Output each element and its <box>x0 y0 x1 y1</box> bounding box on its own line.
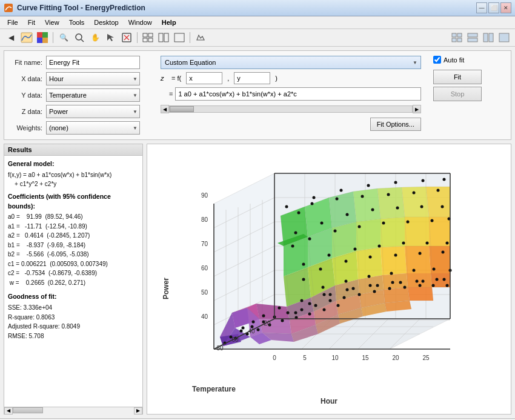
svg-marker-60 <box>329 192 356 228</box>
svg-point-163 <box>352 287 355 290</box>
results-scroll-left[interactable]: ◀ <box>4 407 13 415</box>
toolbar: ◀ 🔍 ✋ <box>0 29 515 47</box>
menu-help[interactable]: Help <box>157 18 181 27</box>
results-scroll-right[interactable]: ▶ <box>134 407 142 415</box>
minimize-btn[interactable]: — <box>476 2 487 13</box>
grid-btn[interactable] <box>141 31 155 44</box>
x-data-label: X data: <box>9 75 42 82</box>
svg-marker-79 <box>429 246 450 273</box>
pan-btn[interactable]: ✋ <box>88 31 102 44</box>
full-view-btn[interactable] <box>497 31 511 44</box>
special-btn[interactable] <box>193 31 208 44</box>
exclusion-btn[interactable] <box>119 31 134 44</box>
zoom-in-btn[interactable]: 🔍 <box>56 31 71 44</box>
y-data-label: Y data: <box>9 92 42 99</box>
svg-rect-3 <box>42 32 48 38</box>
general-model-title: General model: <box>8 159 139 169</box>
bottom-panel: Results General model: f(x,y) = a0 + a1*… <box>4 144 511 415</box>
formula-scrollbar: ◀ ▶ <box>161 105 421 113</box>
svg-point-166 <box>294 311 297 314</box>
y-input[interactable] <box>234 72 270 84</box>
scroll-left-btn[interactable]: ◀ <box>161 105 169 113</box>
svg-point-144 <box>446 241 449 244</box>
title-bar-left: Curve Fitting Tool - EnergyPrediction <box>4 3 145 13</box>
title-bar: Curve Fitting Tool - EnergyPrediction — … <box>0 0 515 16</box>
svg-text:40: 40 <box>248 328 255 335</box>
data-cursor-btn[interactable] <box>104 31 118 44</box>
svg-point-198 <box>257 328 260 331</box>
y-data-select[interactable]: Temperature <box>46 88 140 102</box>
weights-select[interactable]: (none) <box>46 121 140 135</box>
layout-btn-2[interactable] <box>465 31 480 44</box>
menu-tools[interactable]: Tools <box>64 18 90 27</box>
svg-point-172 <box>323 293 326 296</box>
svg-marker-77 <box>380 246 407 275</box>
fit-options-btn[interactable]: Fit Options... <box>370 118 421 131</box>
svg-rect-5 <box>42 38 48 43</box>
title-bar-controls[interactable]: — ⬜ ✕ <box>476 2 511 13</box>
curve-fit-btn[interactable] <box>19 31 34 44</box>
svg-rect-27 <box>499 33 509 42</box>
svg-point-170 <box>278 306 281 309</box>
coeff-title: Coefficients (with 95% confidence bounds… <box>8 192 139 212</box>
svg-point-140 <box>354 247 357 250</box>
zoom-out-btn[interactable] <box>72 31 87 44</box>
formula-row: = <box>161 87 421 101</box>
svg-point-109 <box>285 205 288 208</box>
x-data-select[interactable]: Hour <box>46 72 140 85</box>
svg-rect-18 <box>174 33 184 42</box>
svg-marker-70 <box>380 217 405 247</box>
color-btn[interactable] <box>35 31 50 44</box>
svg-point-194 <box>446 284 449 287</box>
svg-rect-21 <box>452 38 456 42</box>
svg-point-157 <box>433 267 436 270</box>
scroll-right-btn[interactable]: ▶ <box>413 105 421 113</box>
close-btn[interactable]: ✕ <box>500 2 511 13</box>
weights-wrapper: (none) <box>46 121 140 135</box>
scroll-thumb[interactable] <box>170 106 194 112</box>
autofit-checkbox[interactable] <box>433 56 441 64</box>
svg-rect-26 <box>489 33 493 42</box>
svg-marker-61 <box>353 188 380 222</box>
stop-btn[interactable]: Stop <box>433 87 482 101</box>
svg-rect-13 <box>148 33 153 37</box>
menu-window[interactable]: Window <box>124 18 157 27</box>
results-panel: Results General model: f(x,y) = a0 + a1*… <box>4 144 143 415</box>
svg-rect-15 <box>148 38 153 42</box>
layout-btn-1[interactable] <box>450 31 464 44</box>
svg-point-145 <box>442 250 445 253</box>
svg-text:40: 40 <box>201 313 208 320</box>
eq-type-select[interactable]: Custom Equation <box>161 56 421 69</box>
results-scroll-thumb[interactable] <box>13 407 43 413</box>
svg-text:20: 20 <box>392 355 399 361</box>
formula-input[interactable] <box>175 87 421 101</box>
menu-fit[interactable]: Fit <box>23 18 40 27</box>
toolbar-sep-1 <box>53 32 53 43</box>
fit-btn[interactable]: Fit <box>433 70 482 84</box>
svg-rect-4 <box>37 38 42 43</box>
svg-point-183 <box>287 311 290 314</box>
layout-btn-3[interactable] <box>481 31 496 44</box>
back-btn[interactable]: ◀ <box>4 31 18 44</box>
equation-top: Custom Equation <box>161 56 421 69</box>
svg-point-162 <box>376 284 379 287</box>
fit-name-input[interactable] <box>46 56 140 69</box>
panel-split-btn[interactable] <box>156 31 171 44</box>
svg-point-141 <box>378 244 381 247</box>
svg-rect-19 <box>452 33 456 37</box>
full-panel-btn[interactable] <box>172 31 187 44</box>
svg-rect-14 <box>143 38 147 42</box>
menu-desktop[interactable]: Desktop <box>89 18 123 27</box>
menu-view[interactable]: View <box>40 18 64 27</box>
svg-point-137 <box>291 244 294 247</box>
svg-point-204 <box>337 304 340 307</box>
z-data-select[interactable]: Power <box>46 105 140 118</box>
z-var-label: z <box>161 75 167 82</box>
x-input[interactable] <box>186 72 222 84</box>
restore-btn[interactable]: ⬜ <box>488 2 499 13</box>
menu-file[interactable]: File <box>2 18 23 27</box>
svg-point-142 <box>402 241 405 244</box>
svg-point-179 <box>240 329 243 332</box>
svg-point-188 <box>358 293 361 296</box>
svg-point-123 <box>294 231 297 234</box>
